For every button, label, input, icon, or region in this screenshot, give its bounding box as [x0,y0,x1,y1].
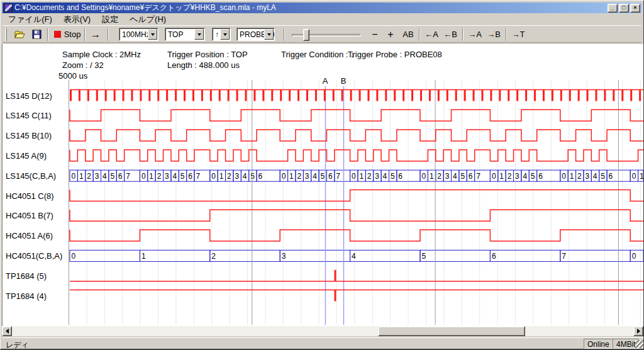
bus-cell-value: 0 [142,172,146,181]
bus-cell-value: 1 [640,172,644,181]
bus-cell-value: 1 [499,172,504,181]
bus-cell-value: 5 [321,172,325,181]
ab-span-button[interactable]: AB [400,27,416,42]
trigger-edge-combo[interactable]: ↑ [212,28,231,41]
bus-cell-value: 4 [453,172,457,181]
stop-button[interactable]: Stop [52,27,83,42]
toolbar-separator [84,28,86,41]
sample-clock-combo[interactable]: 100MHz [119,28,158,41]
bus-cell-value: 3 [95,172,99,181]
bus-cell-value: 4 [523,172,527,181]
bus-cell-value: 4 [593,172,597,181]
bus-cell-value: 7 [336,172,340,181]
bus-cell-value: 6 [118,172,123,181]
waveform-6 [70,210,643,221]
zoom-in-button[interactable]: + [384,27,397,42]
bus-cell-value: 5 [110,172,114,181]
bus-cell-value: 5 [391,172,395,181]
bus-cell-value: 3 [445,172,450,181]
bus-cell-value: 2 [437,172,441,181]
open-button[interactable] [11,27,28,42]
hscrollbar[interactable] [2,326,643,336]
bus-cell-value: 0 [492,172,496,181]
toolbar-separator [47,28,48,41]
bus-cell-value: 3 [585,172,589,181]
channel-label: LS145 C(11) [6,111,52,120]
close-button[interactable]: × [630,4,640,13]
bus-cell-value: 4 [352,252,356,261]
bus-cell-value: 4 [103,172,107,181]
menu-item-settings[interactable]: 設定 [96,13,124,26]
bus-cell-value: 0 [72,172,76,181]
move-marker-a-right-button[interactable]: →A [466,27,484,42]
toolbar-separator [462,28,464,41]
bus-cell-value: 1 [142,252,146,261]
waveform-7 [70,230,643,241]
bus-cell-value: 6 [258,172,263,181]
move-marker-b-right-button[interactable]: →B [485,27,502,42]
bus-cell-value: 1 [430,172,434,181]
bus-cell-value: 4 [243,172,247,181]
bus-cell-value: 7 [562,252,566,261]
online-status-badge: Online [584,339,613,349]
resize-grip[interactable] [635,340,643,348]
bus-cell-value: 0 [562,172,566,181]
bus-cell-value: 0 [632,252,636,261]
menu-item-help[interactable]: ヘルプ(H) [124,13,172,26]
floppy-disk-icon [32,30,42,39]
menu-item-view[interactable]: 表示(V) [58,13,96,26]
trigger-position-value: TOP [168,30,183,39]
bus-cell [560,250,630,261]
bus-cell [350,250,420,261]
hscrollbar-thumb[interactable] [378,326,525,336]
toolbar-grip [5,28,7,41]
channel-label: HC4051 A(6) [6,231,53,240]
channel-label: LS145 D(12) [6,91,52,101]
move-marker-b-left-button[interactable]: ←B [441,27,459,42]
goto-trigger-button[interactable]: →T [509,27,527,42]
bus-cell-value: 0 [632,172,636,181]
marker-label-a[interactable]: A [323,76,328,86]
channel-label: HC4051 B(7) [6,211,53,220]
menu-item-file[interactable]: ファイル(F) [3,13,58,26]
right-arrow-icon [637,329,640,334]
bus-cell-value: 6 [609,172,613,181]
scroll-left-button[interactable] [2,326,12,336]
move-marker-a-left-button[interactable]: ←A [423,27,440,42]
trigger-edge-value: ↑ [215,30,219,39]
waveform-5 [70,190,643,201]
app-icon[interactable] [4,4,13,12]
dropdown-arrow-icon[interactable] [194,29,204,40]
bus-cell-value: 5 [531,172,535,181]
maximize-button[interactable]: □ [619,4,629,13]
bus-cell-value: 1 [359,172,364,181]
bus-cell-value: 0 [282,172,286,181]
bus-cell-value: 0 [422,172,426,181]
toolbar-separator [419,28,420,41]
save-button[interactable] [28,27,45,42]
sample-clock-value: 100MHz [122,30,150,39]
scroll-right-button[interactable] [633,326,643,336]
run-button[interactable]: → [87,27,104,42]
channel-label: LS145 B(10) [6,131,52,140]
minimize-button[interactable]: _ [608,4,618,13]
trigger-position-combo[interactable]: TOP [165,28,205,41]
zoom-slider-thumb[interactable] [303,29,309,41]
waveform-3 [70,150,643,161]
dropdown-arrow-icon[interactable] [220,29,230,40]
bus-cell-value: 6 [188,172,192,181]
zoom-slider-track[interactable] [292,34,361,37]
zoom-out-button[interactable]: − [368,27,382,42]
toolbar: Stop → 100MHz TOP ↑ PROBE00 − + AB ←A ←B [3,25,641,43]
menu-bar: ファイル(F) 表示(V) 設定 ヘルプ(H) [3,13,641,25]
bus-cell-value: 3 [305,172,309,181]
dropdown-arrow-icon[interactable] [264,29,274,40]
title-bar[interactable]: C:¥Documents and Settings¥noname¥デスクトップ¥… [3,3,641,13]
bus-cell-value: 2 [508,172,512,181]
marker-label-b[interactable]: B [341,76,347,86]
trigger-probe-combo[interactable]: PROBE00 [236,28,275,41]
bus-cell-value: 2 [211,252,216,261]
status-bar: レディ Online 4MBit [2,337,643,349]
bus-cell-value: 7 [126,172,130,181]
dropdown-arrow-icon[interactable] [148,29,157,40]
